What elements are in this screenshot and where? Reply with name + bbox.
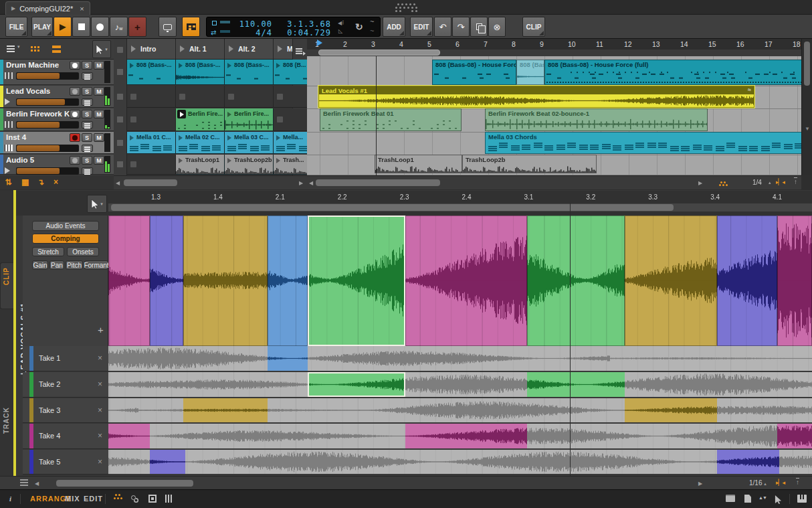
scene-header[interactable]: Alt. 1: [176, 39, 225, 60]
stop-row-icon[interactable]: [117, 69, 123, 75]
scroll-left-icon[interactable]: ◀: [116, 180, 120, 186]
tempo-value[interactable]: 110.00: [233, 19, 272, 29]
launcher-vertical-scrollbar[interactable]: ▼: [801, 39, 812, 175]
audio-events-button[interactable]: Audio Events: [32, 221, 99, 231]
empty-clip-slot[interactable]: [274, 108, 307, 131]
group-grid-icon[interactable]: ▦: [21, 177, 29, 187]
comp-dots-icon[interactable]: [114, 497, 116, 499]
stop-row-icon[interactable]: [117, 140, 123, 146]
editor-hscroll-handle[interactable]: [56, 480, 193, 487]
layers-icon[interactable]: [20, 479, 28, 481]
link-icon[interactable]: [131, 495, 136, 500]
mute-button[interactable]: M: [94, 156, 104, 165]
columns-icon[interactable]: [165, 495, 167, 503]
arranger-zoom-handle[interactable]: [318, 50, 440, 56]
empty-clip-slot[interactable]: [176, 86, 225, 108]
launcher-clip[interactable]: Mella 02 C...: [176, 132, 225, 154]
snap-icon[interactable]: ▸▏◂: [776, 479, 785, 486]
time-value[interactable]: 0:04.729: [286, 28, 331, 37]
mute-button[interactable]: M: [94, 61, 104, 70]
arranger-pointer-tool-button[interactable]: ▾: [92, 40, 111, 58]
track-row[interactable]: Drum MachineSM: [0, 60, 114, 85]
empty-clip-slot[interactable]: [127, 108, 176, 131]
stop-scene-icon[interactable]: [117, 47, 123, 53]
take-lane-canvas[interactable]: [108, 372, 812, 397]
arranger-clip[interactable]: 808 (Bass-08) - House Force (full): [544, 60, 801, 85]
scene-play-icon[interactable]: [278, 46, 282, 52]
launcher-clip[interactable]: 808 (Bass-...: [225, 60, 274, 85]
editor-pointer-tool-button[interactable]: ▾: [87, 195, 107, 213]
mute-button[interactable]: M: [94, 87, 104, 96]
solo-button[interactable]: S: [82, 156, 92, 165]
editor-scroll-left-icon[interactable]: ◀: [35, 481, 39, 487]
swap-arrows-icon[interactable]: ▲▼: [758, 495, 767, 500]
take-header[interactable]: Take 4×: [23, 424, 108, 449]
playing-clip-button[interactable]: [177, 110, 186, 118]
punch-out-icon[interactable]: ◺: [338, 28, 342, 34]
gain-button[interactable]: Gain: [32, 260, 48, 270]
take-lane-canvas[interactable]: [108, 346, 812, 371]
arranger-hscroll-handle[interactable]: [316, 179, 440, 186]
punch-in-icon[interactable]: ◀⠇: [338, 20, 346, 26]
pitch-button[interactable]: Pitch: [66, 260, 83, 270]
launcher-clip[interactable]: TrashLoop1: [176, 155, 225, 175]
scene-play-icon[interactable]: [229, 46, 233, 52]
track-row[interactable]: Audio 5SM: [0, 155, 114, 175]
shuffle-arrows-icon[interactable]: ⇄: [211, 29, 216, 36]
delete-take-icon[interactable]: ×: [98, 431, 102, 440]
undo-button[interactable]: ↶: [434, 17, 451, 37]
delete-take-icon[interactable]: ×: [98, 406, 102, 415]
arranger-clip[interactable]: Lead Vocals #1≈: [318, 86, 754, 108]
empty-clip-slot[interactable]: [225, 86, 274, 108]
scroll-down-icon[interactable]: ▼: [805, 126, 810, 132]
arm-button[interactable]: [70, 110, 80, 118]
clip-menu-button[interactable]: CLIP: [522, 17, 545, 37]
take-lane-canvas[interactable]: [108, 398, 812, 422]
comping-button[interactable]: Comping: [32, 234, 99, 244]
empty-clip-slot[interactable]: [127, 155, 176, 175]
display-profile-button[interactable]: [182, 17, 200, 37]
launcher-hscroll-handle[interactable]: [124, 179, 177, 186]
launcher-clip[interactable]: Mella 03 C...: [225, 132, 274, 154]
delete-button[interactable]: ⊗: [488, 17, 506, 37]
time-signature-value[interactable]: 4/4: [233, 28, 272, 37]
automation-curve-icon[interactable]: ~: [370, 17, 374, 25]
empty-clip-slot[interactable]: [274, 86, 307, 108]
play-menu-button[interactable]: PLAY: [31, 17, 53, 37]
scroll-left-icon[interactable]: ◀: [309, 180, 313, 186]
tab-edit[interactable]: EDIT: [84, 495, 103, 503]
project-tab[interactable]: ▶ CompingGUI22* ×: [5, 1, 90, 15]
redo-button[interactable]: ↷: [452, 17, 470, 37]
arranger-clip[interactable]: TrashLoop1: [375, 155, 462, 173]
launcher-clip[interactable]: Berlin Fire...: [225, 108, 274, 131]
arranger-clip[interactable]: Mella 03 Chords: [485, 132, 801, 154]
track-row[interactable]: Inst 4SM: [0, 132, 114, 154]
arranger-clip[interactable]: TrashLoop2b: [462, 155, 597, 173]
metronome-button[interactable]: ♪w: [110, 17, 128, 37]
stop-row-icon[interactable]: [117, 116, 123, 122]
solo-button[interactable]: S: [82, 61, 92, 70]
stretch-button[interactable]: Stretch: [32, 247, 64, 256]
scene-header[interactable]: Alt. 2: [225, 39, 274, 60]
double-arrow-icon[interactable]: ⇄: [4, 179, 13, 185]
arm-button[interactable]: [70, 61, 80, 70]
scene-header[interactable]: Intro: [127, 39, 176, 60]
controller-button[interactable]: [159, 17, 177, 37]
delete-take-icon[interactable]: ×: [98, 457, 102, 467]
launcher-clip[interactable]: TrashLoop2b: [225, 155, 274, 175]
arranger-view-icon[interactable]: [52, 46, 61, 48]
delete-take-icon[interactable]: ×: [98, 353, 102, 363]
stop-row-icon[interactable]: [117, 94, 123, 100]
editor-scroll-right-icon[interactable]: ▶: [698, 481, 702, 487]
track-menu-button[interactable]: [82, 167, 93, 175]
overdub-button[interactable]: +: [128, 17, 146, 37]
arranger-clip[interactable]: Berlin Firework Beat 02-bounce-1: [485, 108, 708, 131]
track-row[interactable]: Berlin Firework KitSM: [0, 108, 114, 131]
focus-frame-icon[interactable]: [148, 495, 157, 503]
comp-region-canvas[interactable]: [108, 216, 812, 346]
add-track-button[interactable]: ADD: [383, 17, 405, 37]
onsets-button[interactable]: Onsets: [67, 247, 99, 256]
position-value[interactable]: 3.1.3.68: [286, 19, 331, 29]
solo-button[interactable]: S: [82, 133, 92, 142]
browser-folder-icon[interactable]: [726, 496, 735, 502]
